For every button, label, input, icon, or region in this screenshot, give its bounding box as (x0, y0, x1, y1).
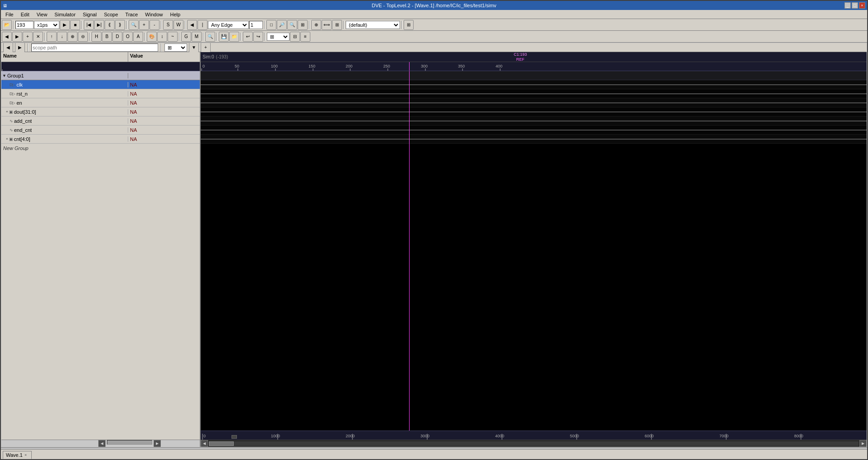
svg-text:2000: 2000 (346, 434, 355, 438)
tb-collapse-btn[interactable]: ⊖ (78, 32, 88, 42)
wave-scroll-left[interactable]: ◀ (201, 440, 208, 447)
tb-measure[interactable]: ⟺ (322, 20, 332, 30)
tb-stop-button[interactable]: ■ (70, 20, 80, 30)
tb-cursor-snap[interactable]: ⊕ (311, 20, 321, 30)
wave-en-row (201, 98, 867, 107)
group1-expand-icon[interactable]: ▼ (2, 73, 6, 78)
time-unit-select[interactable]: x1ps x10ps (34, 21, 59, 29)
tb-wave-button[interactable]: W (174, 20, 183, 30)
tb-add-marker[interactable]: M (192, 32, 202, 42)
tb-height-btn[interactable]: ↕ (157, 32, 167, 42)
dout-expand-icon[interactable]: + (6, 110, 8, 114)
signal-format-select[interactable]: (default) (346, 21, 400, 29)
tb-ff-button[interactable]: ⟫ (115, 20, 125, 30)
tb-new-group-btn[interactable]: G (181, 32, 191, 42)
bottom-ruler-svg: 0 1000 2000 3000 4000 5000 6000 (201, 431, 867, 440)
menu-signal[interactable]: Signal (79, 11, 101, 18)
tb-cursor-left[interactable]: ◀ (187, 20, 197, 30)
tb-format-btn[interactable]: ⊟ (290, 32, 300, 42)
tb-dec-format[interactable]: D (112, 32, 122, 42)
tb-del-wave[interactable]: ✕ (33, 32, 43, 42)
tb-hex-format[interactable]: H (92, 32, 101, 42)
tb-color-btn[interactable]: 🎨 (147, 32, 157, 42)
wave-scroll-track[interactable] (209, 441, 858, 446)
col-name-header: Name (1, 52, 128, 62)
maximize-button[interactable]: □ (852, 2, 858, 9)
new-group-row[interactable]: New Group (1, 144, 200, 153)
tb-redo-btn[interactable]: ↪ (253, 32, 263, 42)
wave-group1-row (201, 71, 867, 80)
time-input[interactable] (15, 21, 34, 29)
tb-zoom-in[interactable]: + (139, 20, 149, 30)
edge-count-input[interactable] (249, 21, 263, 29)
toolbar-1: 📂 x1ps x10ps ▶ ■ |◀ ▶| ⟪ ⟫ 🔍 + - S W ◀ |… (1, 19, 867, 31)
tb-oct-format[interactable]: O (123, 32, 133, 42)
tb-table-view[interactable]: ⊞ (404, 20, 414, 30)
tb-undo-btn[interactable]: ↩ (243, 32, 253, 42)
wave1-tab[interactable]: Wave.1 × (3, 451, 32, 459)
tb-filter-btn[interactable]: ▼ (189, 43, 199, 53)
tb-back-scope[interactable]: ◀ (3, 43, 13, 53)
menu-scope[interactable]: Scope (100, 11, 121, 18)
tb-zoom-fit[interactable]: 🔍 (129, 20, 139, 30)
tb-zoom-out2[interactable]: 🔍 (287, 20, 297, 30)
tb-zoom-out[interactable]: - (149, 20, 159, 30)
menu-trace[interactable]: Trace (122, 11, 142, 18)
waveform-area[interactable] (201, 71, 867, 431)
tb-step-back-button[interactable]: |◀ (84, 20, 94, 30)
tb-up-btn[interactable]: ↑ (47, 32, 57, 42)
tb-down-btn[interactable]: ↓ (57, 32, 67, 42)
signal-row-en[interactable]: D▷ en NA (1, 98, 200, 107)
tb-add-wave[interactable]: + (23, 32, 33, 42)
minimize-button[interactable]: _ (844, 2, 851, 9)
tb-step-forward-button[interactable]: ▶| (94, 20, 104, 30)
menu-file[interactable]: File (2, 11, 17, 18)
tb-analog-btn[interactable]: ~ (168, 32, 178, 42)
signal-row-rstn[interactable]: D▷ rst_n NA (1, 89, 200, 98)
signal-row-dout[interactable]: + ▣ dout[31:0] NA (1, 107, 200, 116)
tb-run-button[interactable]: ▶ (60, 20, 70, 30)
tb-ascii-format[interactable]: A (133, 32, 143, 42)
tb-expand-btn[interactable]: ⊕ (68, 32, 77, 42)
wave-scroll-thumb[interactable] (209, 441, 234, 446)
sep11 (89, 33, 90, 41)
cnt-expand-icon[interactable]: + (6, 137, 8, 141)
wave-scroll-right[interactable]: ▶ (859, 440, 867, 447)
menu-window[interactable]: Window (141, 11, 166, 18)
tb-zoom-area[interactable]: □ (266, 20, 276, 30)
h-scroll-right[interactable]: ▶ (154, 440, 161, 447)
edge-select[interactable]: Any Edge Rising Edge Falling Edge (208, 21, 249, 29)
signal-row-addcnt[interactable]: ∿ add_cnt NA (1, 116, 200, 126)
signal-addcnt-value: NA (128, 118, 139, 124)
scope-path-input[interactable] (31, 44, 158, 52)
tb-bin-format[interactable]: B (102, 32, 112, 42)
menu-simulator[interactable]: Simulator (51, 11, 79, 18)
tb-zoom-fit2[interactable]: ⊞ (298, 20, 308, 30)
tb-list-btn[interactable]: ≡ (300, 32, 310, 42)
radix-select[interactable]: ⊞ (164, 44, 187, 52)
view-format-select[interactable]: ⊞ (267, 33, 289, 41)
menu-edit[interactable]: Edit (17, 11, 33, 18)
signal-row-clk[interactable]: D▷ clk NA (1, 80, 200, 89)
wave1-tab-close[interactable]: × (24, 453, 27, 457)
tb-add-scope[interactable]: + (201, 43, 211, 53)
tb-fwd-scope[interactable]: ▶ (15, 43, 25, 53)
tb-cursor-next[interactable]: ▶ (12, 32, 22, 42)
tb-signal-button[interactable]: S (163, 20, 173, 30)
group1-row[interactable]: ▼ Group1 (1, 71, 200, 80)
tb-load-btn[interactable]: 📁 (229, 32, 239, 42)
tb-cursor-button[interactable]: | (198, 20, 207, 30)
menu-help[interactable]: Help (166, 11, 184, 18)
tb-save-btn[interactable]: 💾 (219, 32, 229, 42)
tb-zoom-in2[interactable]: 🔎 (277, 20, 287, 30)
signal-row-endcnt[interactable]: ∿ end_cnt NA (1, 126, 200, 135)
tb-find-btn[interactable]: 🔍 (205, 32, 215, 42)
tb-open-button[interactable]: 📂 (2, 20, 12, 30)
h-scroll-left[interactable]: ◀ (98, 440, 106, 447)
tb-cursor-prev[interactable]: ◀ (2, 32, 12, 42)
tb-grid[interactable]: ⊞ (332, 20, 342, 30)
menu-view[interactable]: View (33, 11, 51, 18)
tb-rewind-button[interactable]: ⟪ (105, 20, 115, 30)
close-button[interactable]: × (859, 2, 865, 9)
signal-row-cnt[interactable]: + ▣ cnt[4:0] NA (1, 135, 200, 144)
